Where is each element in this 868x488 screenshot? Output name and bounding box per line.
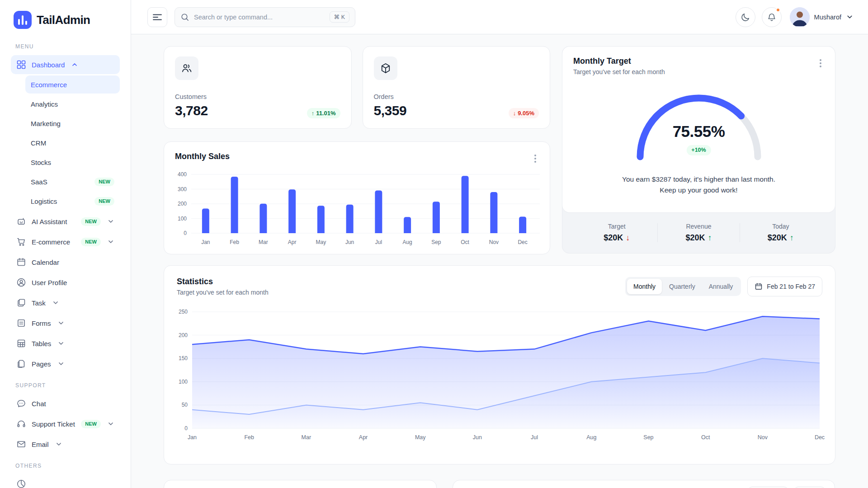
card-subtitle: Target you've set for each month [177, 289, 269, 296]
sidebar-item-label: User Profile [32, 279, 67, 286]
sidebar-item-calendar[interactable]: Calendar [11, 253, 120, 272]
target-gauge: 75.55% +10% [624, 83, 774, 164]
svg-text:Aug: Aug [402, 239, 412, 245]
dark-mode-toggle[interactable] [736, 7, 755, 27]
statistics-area-chart: 050100150200250JanFebMarAprMayJunJulAugS… [177, 306, 823, 442]
sidebar-item-ai-assistant[interactable]: AI Assistant NEW [11, 212, 120, 231]
sidebar-item-pages[interactable]: Pages [11, 354, 120, 373]
target-message-line1: You earn $3287 today, it's higher than l… [573, 174, 824, 185]
sidebar-item-support-ticket[interactable]: Support Ticket NEW [11, 414, 120, 433]
chevron-down-icon [107, 238, 114, 245]
date-range-label: Feb 21 to Feb 27 [767, 283, 815, 290]
sidebar-item-email[interactable]: Email [11, 435, 120, 454]
bottom-right-card [453, 480, 835, 488]
svg-text:50: 50 [182, 402, 188, 408]
pie-chart-icon [16, 479, 26, 488]
svg-text:150: 150 [179, 355, 188, 361]
notifications-button[interactable] [762, 7, 782, 27]
sidebar-subitem-analytics[interactable]: Analytics [25, 95, 120, 113]
target-message-line2: Keep up your good work! [573, 185, 824, 196]
sidebar-item-user-profile[interactable]: User Profile [11, 273, 120, 292]
sidebar-item-charts[interactable] [11, 474, 120, 488]
subitem-label: Analytics [31, 100, 58, 108]
svg-text:Nov: Nov [758, 434, 768, 441]
arrow-up-icon: ↑ [790, 233, 794, 243]
sidebar-item-label: Chat [32, 400, 46, 408]
sidebar-item-forms[interactable]: Forms [11, 314, 120, 333]
app-logo[interactable]: TailAdmin [11, 10, 120, 37]
dashboard-submenu: Ecommerce Analytics Marketing CRM Stocks… [11, 75, 120, 210]
tab-annually[interactable]: Annually [703, 279, 740, 294]
sidebar-item-task[interactable]: Task [11, 293, 120, 312]
more-options-button[interactable] [817, 56, 824, 70]
card-subtitle: Target you've set for each month [573, 68, 665, 75]
svg-text:Dec: Dec [815, 434, 825, 441]
sidebar-subitem-saas[interactable]: SaaSNEW [25, 173, 120, 191]
tab-monthly[interactable]: Monthly [627, 279, 662, 294]
chevron-down-icon [55, 441, 62, 448]
sidebar-subitem-logistics[interactable]: LogisticsNEW [25, 192, 120, 210]
tables-icon [16, 338, 26, 348]
new-badge: NEW [81, 238, 101, 246]
bell-icon [767, 13, 776, 22]
revenue-stat: Revenue $20K↑ [658, 223, 739, 243]
svg-text:Feb: Feb [244, 434, 254, 441]
new-badge: NEW [94, 178, 114, 186]
chevron-down-icon [107, 420, 114, 427]
robot-icon [16, 216, 26, 226]
svg-text:200: 200 [178, 201, 187, 207]
user-menu[interactable]: Musharof [790, 7, 854, 27]
svg-text:Oct: Oct [461, 239, 469, 245]
svg-text:May: May [316, 239, 326, 245]
command-k-shortcut: ⌘ K [330, 11, 349, 23]
box-icon [374, 56, 397, 80]
sidebar-item-tables[interactable]: Tables [11, 334, 120, 353]
tab-quarterly[interactable]: Quarterly [663, 279, 702, 294]
mail-icon [16, 439, 26, 449]
svg-text:Feb: Feb [230, 239, 239, 245]
sidebar-subitem-stocks[interactable]: Stocks [25, 153, 120, 171]
dashboard-content: Customers 3,782 ↑11.01% Orders [131, 34, 868, 488]
arrow-up-icon: ↑ [311, 110, 315, 116]
svg-text:200: 200 [179, 332, 188, 338]
gauge-percent: 75.55% [624, 122, 774, 141]
svg-text:Mar: Mar [259, 239, 268, 245]
monthly-target-card: Monthly Target Target you've set for eac… [562, 46, 835, 253]
headset-icon [16, 419, 26, 429]
avatar [790, 7, 810, 27]
sidebar-toggle-button[interactable] [147, 7, 167, 27]
search-icon [180, 13, 189, 22]
sidebar-item-chat[interactable]: Chat [11, 394, 120, 413]
pages-icon [16, 359, 26, 369]
more-options-button[interactable] [532, 152, 539, 165]
search-input[interactable] [194, 14, 325, 21]
monthly-target-inner: Monthly Target Target you've set for eac… [562, 47, 835, 212]
chevron-down-icon [52, 299, 59, 306]
card-title: Statistics [177, 277, 269, 286]
chevron-down-icon [846, 13, 854, 21]
sidebar-section-others: OTHERS [15, 463, 115, 469]
header: ⌘ K Musharof [131, 0, 868, 34]
delta-value: 9.05% [518, 110, 534, 116]
stat-label: Today [740, 223, 821, 230]
user-name: Musharof [814, 14, 841, 21]
new-badge: NEW [81, 217, 101, 226]
today-stat: Today $20K↑ [740, 223, 821, 243]
subitem-label: Stocks [31, 159, 51, 166]
sidebar-item-label: Tables [32, 340, 51, 347]
period-tab-group: Monthly Quarterly Annually [625, 277, 741, 296]
sidebar-subitem-crm[interactable]: CRM [25, 134, 120, 152]
sidebar-subitem-ecommerce[interactable]: Ecommerce [25, 75, 120, 94]
delta-badge: ↓9.05% [509, 108, 539, 118]
sidebar-item-ecommerce[interactable]: E-commerce NEW [11, 232, 120, 251]
chevron-down-icon [57, 360, 65, 367]
stat-value: $20K [604, 233, 623, 243]
sidebar-subitem-marketing[interactable]: Marketing [25, 114, 120, 132]
sidebar-item-dashboard[interactable]: Dashboard [11, 55, 120, 74]
date-range-picker[interactable]: Feb 21 to Feb 27 [747, 277, 822, 296]
arrow-up-icon: ↑ [708, 233, 712, 243]
chevron-down-icon [57, 340, 65, 347]
metric-label: Orders [374, 93, 407, 100]
target-footer: Target $20K↓ Revenue $20K↑ Today $20K↑ [562, 212, 835, 253]
grid-icon [16, 60, 26, 70]
